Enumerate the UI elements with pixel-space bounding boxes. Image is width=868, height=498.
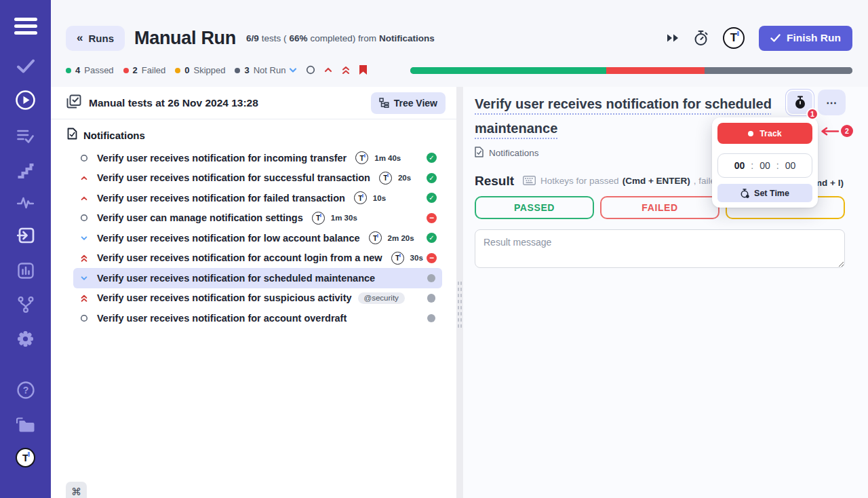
chevron-down-filter-icon[interactable]: [288, 65, 298, 75]
priority-icon: [80, 194, 88, 202]
source-suite: Notifications: [379, 33, 435, 43]
failed-button[interactable]: FAILED: [600, 196, 719, 219]
test-row[interactable]: Verify user receives notification for su…: [73, 168, 442, 189]
more-button[interactable]: ⋯: [818, 90, 846, 115]
list-check-icon[interactable]: [17, 129, 34, 144]
test-row[interactable]: Verify user receives notification for fa…: [73, 188, 442, 208]
priority-icon: [80, 254, 88, 263]
hotkeys-right-fragment: md + I): [814, 178, 844, 188]
time-colon: :: [776, 160, 779, 171]
red-dot-icon: [123, 68, 129, 73]
test-duration: 1m 30s: [331, 214, 357, 222]
test-title: Verify user receives notification for fa…: [97, 193, 345, 204]
test-logo-icon: T: [379, 172, 392, 185]
check-icon[interactable]: [17, 59, 35, 73]
test-logo-icon: T: [369, 231, 382, 244]
test-duration: 1m 40s: [374, 154, 401, 162]
status-badge: −: [427, 213, 437, 223]
status-badge: −: [427, 253, 437, 263]
document-check-icon: [67, 128, 77, 142]
test-row[interactable]: Verify user receives notification for sc…: [73, 268, 442, 288]
progress-notrun: [705, 67, 852, 74]
double-chevron-left-icon: «: [77, 31, 83, 45]
result-message-input[interactable]: [475, 229, 845, 268]
priority-icon: [80, 234, 88, 242]
gray-dot-icon: [235, 68, 240, 73]
test-detail-panel: Verify user receives notification for sc…: [463, 87, 868, 498]
help-icon[interactable]: ?: [17, 381, 35, 399]
chevrons-up-filter-icon[interactable]: [341, 65, 351, 75]
import-icon[interactable]: [17, 227, 35, 244]
progress-failed: [606, 67, 705, 74]
test-duration: 30s: [410, 254, 423, 262]
title-actions: 1 ⋯: [786, 90, 846, 115]
run-header: Manual tests at 26 Nov 2024 13:28 Tree V…: [51, 87, 456, 119]
circle-filter-icon[interactable]: [306, 65, 315, 75]
test-row[interactable]: Verify user receives notification for in…: [73, 148, 442, 168]
set-time-button[interactable]: Set Time: [717, 184, 812, 202]
test-duration: 2m 20s: [388, 234, 414, 242]
branch-icon[interactable]: [18, 296, 34, 313]
test-row[interactable]: Verify user can manage notification sett…: [73, 208, 442, 229]
fast-forward-icon[interactable]: [666, 33, 679, 43]
test-logo-icon: T: [355, 151, 368, 164]
chevron-up-filter-icon[interactable]: [323, 65, 333, 75]
stopwatch-icon[interactable]: [694, 30, 709, 46]
statusbar: 4Passed 2Failed 0Skipped 3Not Run: [51, 62, 868, 83]
finish-run-button[interactable]: Finish Run: [759, 26, 852, 51]
status-badge: [427, 294, 436, 303]
gear-icon[interactable]: [17, 330, 34, 347]
test-row[interactable]: Verify user receives notification for su…: [73, 288, 442, 309]
time-input[interactable]: 00 : 00 : 00: [717, 153, 812, 178]
priority-icon: [80, 294, 88, 303]
suite-group-label: Notifications: [83, 130, 145, 141]
test-title: Verify user receives notification for ac…: [97, 252, 382, 263]
panel-splitter[interactable]: [456, 87, 463, 498]
priority-icon: [80, 214, 88, 222]
stopwatch-gear-icon: [741, 189, 749, 198]
bookmark-filter-icon[interactable]: [359, 64, 368, 75]
passed-button[interactable]: PASSED: [475, 196, 594, 219]
annotation-badge-2: 2: [841, 125, 853, 137]
failed-count: 2Failed: [123, 65, 166, 75]
finish-run-label: Finish Run: [787, 32, 841, 44]
passed-count: 4Passed: [66, 65, 114, 75]
more-icon: ⋯: [826, 96, 837, 109]
command-key-button[interactable]: ⌘: [66, 482, 87, 498]
tree-view-button[interactable]: Tree View: [371, 92, 446, 114]
activity-icon[interactable]: [17, 196, 34, 210]
menu-icon[interactable]: [14, 18, 37, 35]
test-title: Verify user receives notification for lo…: [97, 233, 360, 244]
test-title: Verify user receives notification for in…: [97, 153, 347, 164]
folder-icon[interactable]: [16, 417, 35, 433]
test-row[interactable]: Verify user receives notification for ac…: [73, 308, 442, 328]
steps-icon[interactable]: [17, 163, 34, 178]
svg-text:?: ?: [22, 385, 28, 396]
bar-chart-icon[interactable]: [18, 263, 34, 279]
run-subtitle: 6/9 tests ( 66% completed) from Notifica…: [246, 33, 435, 43]
back-to-runs-button[interactable]: « Runs: [66, 26, 125, 51]
seconds-value[interactable]: 00: [785, 160, 796, 171]
timer-button[interactable]: 1: [786, 90, 814, 115]
track-button[interactable]: Track: [717, 123, 812, 144]
check-icon: [770, 34, 781, 42]
run-progress-bar: [410, 67, 852, 74]
hotkeys-prefix: Hotkeys for passed: [540, 176, 619, 186]
testomat-logo-icon-top[interactable]: T: [723, 27, 745, 49]
play-circle-icon[interactable]: [15, 90, 36, 111]
test-duration: 10s: [373, 194, 386, 202]
subtitle-text2: completed) from: [311, 33, 377, 43]
annotation-badge-1: 1: [806, 108, 818, 120]
tree-icon: [379, 98, 389, 108]
suite-group-row[interactable]: Notifications: [51, 119, 456, 147]
hotkeys-hint: Hotkeys for passed (Cmd + ENTER) , faile…: [523, 176, 720, 186]
hours-value[interactable]: 00: [734, 160, 745, 171]
minutes-value[interactable]: 00: [760, 160, 770, 171]
priority-icon: [80, 154, 88, 162]
testomat-logo-icon[interactable]: T: [16, 448, 35, 467]
app-root: ? T « Runs Manual Run 6/9 tests ( 66% co…: [0, 0, 868, 498]
test-row[interactable]: Verify user receives notification for ac…: [73, 248, 442, 269]
record-dot-icon: [748, 131, 753, 136]
hotkeys-passed-key: (Cmd + ENTER): [623, 176, 690, 186]
test-row[interactable]: Verify user receives notification for lo…: [73, 228, 442, 248]
